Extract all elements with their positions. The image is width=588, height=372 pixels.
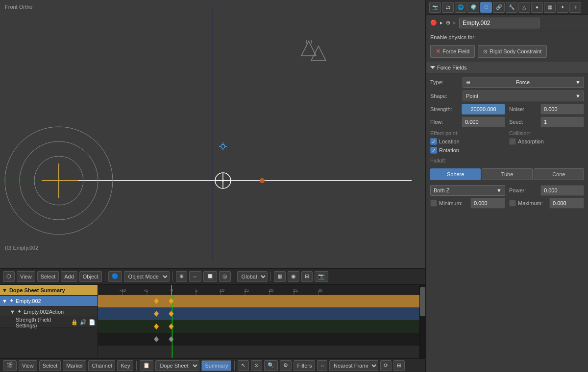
power-value[interactable]: 0.000 bbox=[540, 185, 584, 196]
dope-filter-icon[interactable]: ⚙ bbox=[280, 360, 292, 371]
type-row: Type: ⊕ Force ▼ bbox=[426, 75, 588, 89]
add-menu[interactable]: Add bbox=[61, 271, 77, 282]
falloff-sphere-btn[interactable]: Sphere bbox=[430, 168, 481, 180]
texture-icon[interactable]: ▦ bbox=[544, 2, 556, 13]
dope-row-field[interactable]: Strength (Field Settings) 🔒 🔊 📄 bbox=[0, 317, 98, 328]
svg-point-19 bbox=[34, 156, 83, 205]
mode-select[interactable]: Object Mode bbox=[124, 271, 170, 282]
power-label: Power: bbox=[509, 187, 539, 193]
viewport-mode-icon[interactable]: ⬡ bbox=[3, 271, 15, 282]
dope-row-summary[interactable]: ▼ Dope Sheet Summary bbox=[0, 285, 98, 296]
type-label: Type: bbox=[430, 79, 460, 85]
min-checkbox[interactable] bbox=[430, 200, 437, 207]
dope-scrollbar[interactable] bbox=[419, 285, 425, 358]
viewport-3d[interactable]: Front Ortho bbox=[0, 0, 425, 268]
proportional-icon[interactable]: ◎ bbox=[219, 271, 231, 282]
svg-text:5: 5 bbox=[195, 288, 197, 293]
snap-mode-select[interactable]: Nearest Frame bbox=[329, 360, 378, 371]
snap-icon[interactable]: 🔲 bbox=[203, 271, 217, 282]
dope-mode-select[interactable]: Dope Sheet bbox=[155, 360, 199, 371]
data-icon[interactable]: △ bbox=[518, 2, 530, 13]
rotation-checkbox[interactable]: ✓ bbox=[430, 147, 437, 154]
both-z-dropdown[interactable]: Both Z ▼ bbox=[430, 185, 505, 196]
global-select[interactable]: Global bbox=[237, 271, 268, 282]
dope-row-action[interactable]: ▼ ✦ Empty.002Action bbox=[0, 306, 98, 317]
scene-icon[interactable]: 🌐 bbox=[455, 2, 466, 13]
separator-2 bbox=[172, 272, 173, 281]
overlay-icon[interactable]: ◉ bbox=[288, 271, 299, 282]
min-value[interactable]: 0.000 bbox=[470, 198, 505, 209]
dope-filters-label[interactable]: Filters bbox=[294, 360, 315, 371]
dope-extra-icon1[interactable]: ⟳ bbox=[380, 360, 392, 371]
dope-view-menu[interactable]: View bbox=[19, 360, 37, 371]
flow-value[interactable]: 0.000 bbox=[462, 116, 505, 127]
transform-icon[interactable]: ↔ bbox=[189, 271, 201, 282]
svg-point-23 bbox=[222, 180, 224, 182]
dope-mode-icon[interactable]: 🎬 bbox=[3, 360, 17, 371]
dope-row-empty002[interactable]: ▼ ✦ Empty.002 bbox=[0, 296, 98, 306]
seed-value[interactable]: 1 bbox=[540, 116, 584, 127]
physics-icon[interactable]: ⚛ bbox=[569, 2, 581, 13]
falloff-cone-btn[interactable]: Cone bbox=[534, 168, 584, 180]
left-panel: Front Ortho bbox=[0, 0, 425, 372]
dope-search-icon[interactable]: 🔍 bbox=[264, 360, 278, 371]
render-layer-icon[interactable]: 🗂 bbox=[442, 2, 454, 13]
particles-icon[interactable]: ✦ bbox=[557, 2, 568, 13]
dope-summary-btn[interactable]: Summary bbox=[201, 360, 231, 371]
render-icon[interactable]: 📷 bbox=[429, 2, 441, 13]
dope-extra-icon2[interactable]: ⊞ bbox=[393, 360, 405, 371]
constraint-icon[interactable]: 🔗 bbox=[493, 2, 505, 13]
max-value[interactable]: 0.000 bbox=[549, 198, 584, 209]
xray-icon[interactable]: ⊞ bbox=[301, 271, 313, 282]
shape-label: Shape: bbox=[430, 93, 460, 99]
dope-marker-menu[interactable]: Marker bbox=[63, 360, 86, 371]
dope-key-menu[interactable]: Key bbox=[117, 360, 133, 371]
dope-scrollbar-thumb[interactable] bbox=[420, 287, 425, 316]
viewport-toolbar: ⬡ View Select Add Object 🔵 Object Mode ⊕… bbox=[0, 268, 425, 284]
svg-text:-10: -10 bbox=[120, 288, 126, 293]
strength-value: 20000.000 bbox=[464, 106, 503, 112]
flow-label: Flow: bbox=[430, 119, 460, 125]
both-z-chevron: ▼ bbox=[496, 187, 502, 193]
view-menu[interactable]: View bbox=[17, 271, 35, 282]
object-menu[interactable]: Object bbox=[79, 271, 102, 282]
display-icon[interactable]: ▦ bbox=[274, 271, 286, 282]
camera-icon[interactable]: 📷 bbox=[315, 271, 328, 282]
svg-text:30: 30 bbox=[318, 288, 322, 293]
force-fields-header[interactable]: Force Fields bbox=[426, 62, 588, 73]
falloff-buttons: Sphere Tube Cone bbox=[426, 166, 588, 182]
location-checkbox[interactable]: ✓ bbox=[430, 138, 437, 145]
dope-circle-icon[interactable]: ○ bbox=[317, 360, 327, 371]
dope-channel-menu[interactable]: Channel bbox=[88, 360, 115, 371]
action-label: Empty.002Action bbox=[24, 309, 64, 315]
props-header-icons: 📷 🗂 🌐 🌍 ⬡ 🔗 🔧 △ ● ▦ ✦ ⚛ bbox=[426, 0, 588, 15]
strength-bar[interactable]: 20000.000 bbox=[462, 104, 505, 115]
world-icon[interactable]: 🌍 bbox=[467, 2, 479, 13]
dope-icon[interactable]: 📋 bbox=[140, 360, 153, 371]
falloff-tube-btn[interactable]: Tube bbox=[482, 168, 532, 180]
force-field-btn[interactable]: ✕ Force Field bbox=[430, 45, 475, 58]
type-dropdown[interactable]: ⊕ Force ▼ bbox=[463, 77, 584, 88]
summary-collapse-icon: ▼ bbox=[2, 287, 7, 293]
object-name-input[interactable] bbox=[459, 18, 539, 28]
max-checkbox[interactable] bbox=[509, 200, 516, 207]
svg-marker-27 bbox=[301, 41, 316, 56]
breadcrumb-arrow1: ▸ bbox=[440, 20, 443, 26]
shape-value: Point bbox=[466, 93, 478, 99]
modifier-icon[interactable]: 🔧 bbox=[506, 2, 517, 13]
rigid-body-btn[interactable]: ⊙ Rigid Body Constraint bbox=[478, 45, 547, 58]
noise-value[interactable]: 0.000 bbox=[540, 104, 584, 115]
object-icon[interactable]: 🔵 bbox=[108, 271, 122, 282]
pivot-icon[interactable]: ⊕ bbox=[176, 271, 187, 282]
dope-sync-icon[interactable]: ⊙ bbox=[251, 360, 262, 371]
dope-cursor-icon[interactable]: ↖ bbox=[238, 360, 249, 371]
object-icon[interactable]: ⬡ bbox=[480, 2, 492, 13]
absorption-checkbox[interactable] bbox=[509, 138, 516, 145]
shape-dropdown[interactable]: Point ▼ bbox=[463, 91, 584, 101]
dope-select-menu[interactable]: Select bbox=[39, 360, 61, 371]
material-icon[interactable]: ● bbox=[531, 2, 543, 13]
select-menu[interactable]: Select bbox=[37, 271, 59, 282]
dope-ruler[interactable]: -10 -5 0 5 10 15 20 25 30 bbox=[98, 285, 419, 295]
svg-text:15: 15 bbox=[244, 288, 249, 293]
viewport-label: Front Ortho bbox=[5, 4, 32, 10]
